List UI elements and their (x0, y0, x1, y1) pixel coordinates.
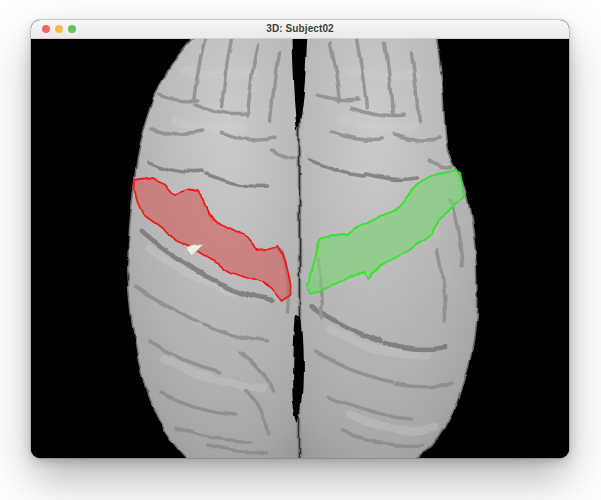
minimize-button-icon[interactable] (55, 25, 63, 33)
close-button-icon[interactable] (42, 25, 50, 33)
viewer-window: 3D: Subject02 (31, 20, 569, 458)
zoom-button-icon[interactable] (68, 25, 76, 33)
brain-render-svg[interactable] (31, 39, 569, 458)
traffic-lights (42, 25, 80, 33)
viewer-canvas[interactable] (31, 39, 569, 458)
window-title: 3D: Subject02 (266, 20, 333, 38)
window-titlebar[interactable]: 3D: Subject02 (31, 20, 569, 39)
